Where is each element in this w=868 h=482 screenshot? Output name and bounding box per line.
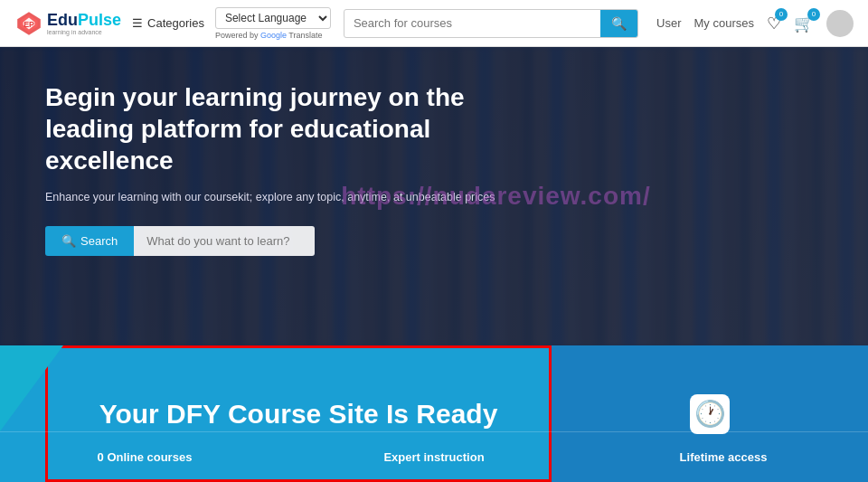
hero-section: https://nudareview.com/ Begin your learn… — [0, 47, 868, 345]
clock-icon-box: 🕐 — [690, 394, 730, 434]
triangle-decoration — [0, 345, 63, 431]
search-button[interactable]: 🔍 — [600, 10, 637, 37]
logo-pulse: Pulse — [78, 11, 121, 29]
language-selector-wrapper: Select Language Powered by Google Transl… — [215, 7, 333, 40]
logo-edu: Edu — [47, 11, 78, 29]
header-nav: User My courses ♡ 0 🛒 0 — [656, 10, 854, 37]
hero-subtitle: Enhance your learning with our coursekit… — [45, 189, 497, 206]
hero-content: Begin your learning journey on the leadi… — [45, 81, 497, 256]
my-courses-link[interactable]: My courses — [694, 16, 754, 30]
hero-search-input[interactable] — [134, 226, 315, 256]
cart-button[interactable]: 🛒 0 — [794, 14, 814, 33]
stat-lifetime-access: Lifetime access — [579, 431, 868, 482]
online-courses-value: 0 Online courses — [98, 450, 193, 464]
svg-text:EP: EP — [24, 20, 34, 29]
search-input[interactable] — [344, 16, 600, 30]
cart-badge: 0 — [807, 8, 820, 21]
header: EP EduPulse learning in advance ☰ Catego… — [0, 0, 868, 47]
categories-label: Categories — [147, 16, 204, 30]
hero-title: Begin your learning journey on the leadi… — [45, 81, 497, 176]
banner-section: Your DFY Course Site Is Ready 🕐 0 Online… — [0, 345, 868, 482]
google-text: Google — [260, 31, 287, 40]
stat-expert-instruction: Expert instruction — [289, 431, 579, 482]
dfy-title: Your DFY Course Site Is Ready — [99, 399, 498, 430]
clock-icon: 🕐 — [694, 399, 726, 429]
stats-bar: 0 Online courses Expert instruction Life… — [0, 431, 868, 482]
lifetime-access-label: Lifetime access — [680, 450, 768, 464]
stat-online-courses: 0 Online courses — [0, 431, 289, 482]
search-icon: 🔍 — [61, 234, 76, 248]
wishlist-badge: 0 — [775, 8, 788, 21]
wishlist-button[interactable]: ♡ 0 — [767, 14, 781, 33]
google-translate-label: Powered by Google Translate — [215, 31, 323, 40]
language-select[interactable]: Select Language — [215, 7, 331, 29]
categories-button[interactable]: ☰ Categories — [132, 16, 204, 30]
avatar[interactable] — [826, 10, 854, 37]
hero-search-label: Search — [80, 234, 118, 248]
logo-icon: EP — [14, 9, 43, 38]
hero-search: 🔍 Search — [45, 226, 497, 256]
user-link[interactable]: User — [656, 16, 681, 30]
hero-search-button[interactable]: 🔍 Search — [45, 226, 134, 256]
hamburger-icon: ☰ — [132, 16, 143, 30]
logo-text: EduPulse learning in advance — [47, 12, 121, 35]
search-bar: 🔍 — [344, 9, 638, 38]
logo-tagline: learning in advance — [47, 29, 121, 35]
logo[interactable]: EP EduPulse learning in advance — [14, 9, 121, 38]
expert-instruction-label: Expert instruction — [383, 450, 484, 464]
